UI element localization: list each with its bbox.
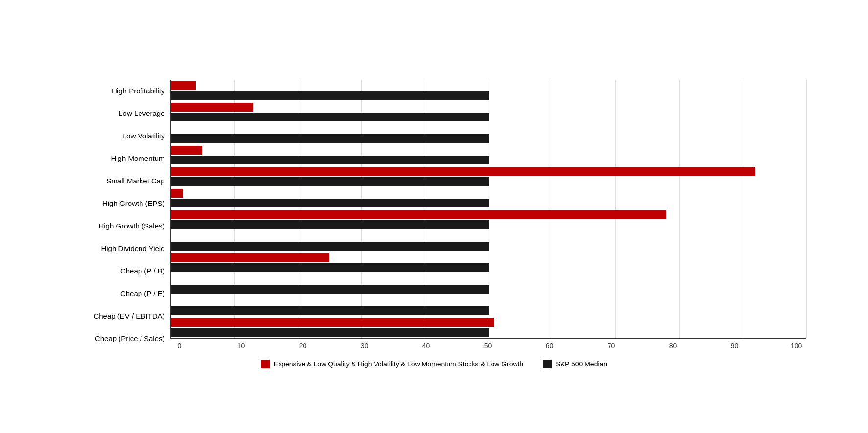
- y-axis-label: High Growth (Sales): [62, 215, 165, 237]
- x-axis-tick: 0: [170, 342, 189, 350]
- legend-item: S&P 500 Median: [543, 360, 607, 368]
- x-axis-tick: 40: [417, 342, 436, 350]
- bar-black: [171, 263, 489, 272]
- bar-black: [171, 285, 489, 294]
- bar-group: [171, 144, 806, 166]
- bar-row: [171, 189, 806, 198]
- bar-black: [171, 177, 489, 186]
- y-axis-label: Small Market Cap: [62, 170, 165, 192]
- bar-row: [171, 275, 806, 284]
- y-axis-label: Cheap (Price / Sales): [62, 328, 165, 349]
- chart-container: High ProfitabilityLow LeverageLow Volati…: [43, 55, 826, 378]
- legend-label: S&P 500 Median: [556, 360, 607, 368]
- y-axis-label: High Profitability: [62, 80, 165, 102]
- x-axis: 0102030405060708090100: [170, 339, 806, 350]
- y-axis-label: Cheap (P / B): [62, 260, 165, 282]
- bar-red: [171, 167, 755, 176]
- bar-group: [171, 187, 806, 209]
- bar-black: [171, 306, 489, 315]
- bar-group: [171, 209, 806, 230]
- x-axis-tick: 30: [355, 342, 375, 350]
- bar-black: [171, 91, 489, 100]
- y-axis-label: High Momentum: [62, 148, 165, 169]
- legend: Expensive & Low Quality & High Volatilit…: [62, 360, 806, 368]
- x-axis-tick: 90: [725, 342, 745, 350]
- bar-red: [171, 146, 203, 155]
- bar-row: [171, 253, 806, 262]
- bar-black: [171, 199, 489, 207]
- bar-row: [171, 134, 806, 143]
- bar-row: [171, 103, 806, 112]
- bar-red: [171, 210, 666, 219]
- bar-row: [171, 306, 806, 315]
- bar-row: [171, 296, 806, 305]
- bar-group: [171, 230, 806, 252]
- bar-red: [171, 253, 330, 262]
- y-axis-label: Low Volatility: [62, 125, 165, 147]
- bar-group: [171, 123, 806, 144]
- bar-red: [171, 81, 196, 90]
- bar-row: [171, 318, 806, 327]
- y-axis-label: High Dividend Yield: [62, 238, 165, 259]
- legend-label: Expensive & Low Quality & High Volatilit…: [274, 360, 523, 368]
- bar-row: [171, 156, 806, 164]
- bar-row: [171, 285, 806, 294]
- bar-row: [171, 146, 806, 155]
- legend-item: Expensive & Low Quality & High Volatilit…: [261, 360, 523, 368]
- x-axis-tick: 10: [232, 342, 251, 350]
- x-axis-tick: 80: [663, 342, 683, 350]
- bar-row: [171, 220, 806, 229]
- bar-row: [171, 242, 806, 251]
- legend-color-box: [261, 360, 270, 368]
- bar-row: [171, 167, 806, 176]
- bar-red: [171, 189, 184, 198]
- y-axis-label: Cheap (EV / EBITDA): [62, 305, 165, 327]
- bar-red: [171, 318, 495, 327]
- chart-body: High ProfitabilityLow LeverageLow Volati…: [62, 80, 806, 350]
- bar-group: [171, 101, 806, 123]
- bar-row: [171, 232, 806, 241]
- bar-row: [171, 81, 806, 90]
- x-axis-tick: 60: [540, 342, 560, 350]
- bar-red: [171, 103, 254, 112]
- x-axis-tick: 50: [478, 342, 498, 350]
- bar-row: [171, 328, 806, 337]
- bar-row: [171, 199, 806, 207]
- y-axis-label: Cheap (P / E): [62, 283, 165, 304]
- bar-black: [171, 134, 489, 143]
- x-axis-tick: 20: [293, 342, 313, 350]
- x-axis-tick: 100: [787, 342, 806, 350]
- bar-group: [171, 166, 806, 187]
- bar-row: [171, 263, 806, 272]
- bar-row: [171, 91, 806, 100]
- legend-color-box: [543, 360, 552, 368]
- bar-black: [171, 156, 489, 164]
- y-axis-labels: High ProfitabilityLow LeverageLow Volati…: [62, 80, 170, 350]
- bar-black: [171, 328, 489, 337]
- bar-group: [171, 273, 806, 295]
- x-axis-tick: 70: [602, 342, 621, 350]
- bar-group: [171, 80, 806, 101]
- bar-group: [171, 317, 806, 338]
- y-axis-label: Low Leverage: [62, 103, 165, 124]
- bar-row: [171, 177, 806, 186]
- y-axis-label: High Growth (EPS): [62, 193, 165, 214]
- bar-row: [171, 113, 806, 121]
- bar-group: [171, 295, 806, 317]
- bar-row: [171, 210, 806, 219]
- bars-area: [170, 80, 806, 339]
- bar-row: [171, 124, 806, 133]
- bar-black: [171, 113, 489, 121]
- plot-area: 0102030405060708090100: [170, 80, 806, 350]
- bar-group: [171, 252, 806, 273]
- bar-black: [171, 220, 489, 229]
- bar-black: [171, 242, 489, 251]
